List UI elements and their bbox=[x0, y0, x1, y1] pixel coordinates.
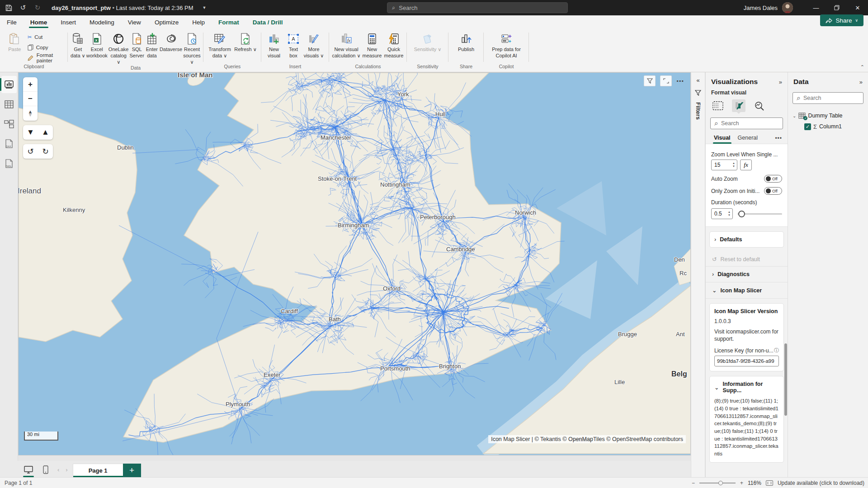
icon-map-slicer-section[interactable]: ⌄Icon Map Slicer bbox=[706, 282, 788, 299]
paste-button[interactable]: Paste bbox=[3, 31, 27, 53]
expand-filters-icon[interactable]: « bbox=[696, 77, 699, 84]
desktop-layout-button[interactable] bbox=[22, 464, 35, 475]
zoom-slider[interactable] bbox=[699, 483, 736, 483]
undo-icon[interactable]: ↺ bbox=[19, 4, 27, 12]
new-visual-calculation-button[interactable]: fx New visual calculation ∨ bbox=[332, 31, 361, 59]
sensitivity-button[interactable]: Sensitivity ∨ bbox=[412, 31, 443, 53]
recent-sources-button[interactable]: Recent sources ∨ bbox=[183, 31, 201, 65]
text-box-button[interactable]: A Text box bbox=[285, 31, 302, 59]
menu-format[interactable]: Format bbox=[212, 15, 246, 29]
new-measure-button[interactable]: New measure bbox=[362, 31, 382, 59]
menu-data-drill[interactable]: Data / Drill bbox=[246, 15, 290, 29]
table-row-dummy-table[interactable]: ⌄ ✓ Dummy Table bbox=[793, 110, 863, 121]
license-key-input[interactable] bbox=[714, 356, 779, 366]
duration-input[interactable]: 0.5 ▲▼ bbox=[711, 208, 733, 219]
map-zoom-in-button[interactable]: + bbox=[23, 77, 38, 92]
zoom-in-icon[interactable]: + bbox=[740, 480, 743, 486]
fit-to-page-icon[interactable] bbox=[766, 480, 773, 486]
fx-button[interactable]: fx bbox=[740, 160, 752, 170]
tab-visual[interactable]: Visual bbox=[711, 133, 733, 144]
more-visuals-button[interactable]: More visuals ∨ bbox=[303, 31, 325, 59]
duration-slider[interactable] bbox=[737, 213, 782, 215]
spinner[interactable]: ▲▼ bbox=[726, 211, 732, 216]
add-page-button[interactable]: + bbox=[123, 464, 141, 477]
cut-button[interactable]: ✂Cut bbox=[28, 33, 65, 42]
menu-modeling[interactable]: Modeling bbox=[83, 15, 121, 29]
format-visual-tab[interactable] bbox=[732, 99, 745, 112]
page-tab[interactable]: Page 1 bbox=[73, 464, 123, 477]
sidebar-model-view[interactable] bbox=[1, 116, 17, 133]
collapse-visualizations-icon[interactable]: » bbox=[779, 79, 782, 85]
field-row-column1[interactable]: ✓ Σ Column1 bbox=[793, 121, 863, 132]
data-search-input[interactable] bbox=[803, 95, 859, 101]
get-data-button[interactable]: Get data ∨ bbox=[71, 31, 85, 59]
format-search[interactable]: ⌕ bbox=[710, 117, 783, 129]
sidebar-dax-query-view[interactable]: DAX bbox=[1, 136, 17, 153]
data-search[interactable]: ⌕ bbox=[793, 92, 863, 104]
update-available[interactable]: Update available (click to download) bbox=[778, 480, 864, 486]
build-visual-tab[interactable] bbox=[711, 99, 725, 112]
sidebar-table-view[interactable] bbox=[1, 96, 17, 113]
menu-optimize[interactable]: Optimize bbox=[148, 15, 185, 29]
title-dropdown-icon[interactable]: ▼ bbox=[203, 5, 207, 10]
menu-home[interactable]: Home bbox=[24, 15, 54, 29]
format-painter-button[interactable]: Format painter bbox=[28, 53, 65, 62]
spinner[interactable]: ▲▼ bbox=[731, 162, 737, 168]
chevron-down-icon[interactable]: ⌄ bbox=[793, 113, 796, 118]
zoom-out-icon[interactable]: − bbox=[692, 480, 695, 486]
onelake-catalog-button[interactable]: OneLake catalog ∨ bbox=[108, 31, 129, 65]
focus-mode-icon[interactable] bbox=[660, 75, 672, 86]
transform-data-button[interactable]: Transform data ∨ bbox=[206, 31, 233, 59]
map-rotate-ccw-button[interactable]: ↺ bbox=[23, 144, 38, 159]
format-search-input[interactable] bbox=[721, 120, 779, 127]
mobile-layout-button[interactable] bbox=[39, 464, 52, 475]
menu-insert[interactable]: Insert bbox=[54, 15, 83, 29]
quick-measure-button[interactable]: Quick measure bbox=[383, 31, 404, 59]
tabs-more-icon[interactable]: ••• bbox=[775, 135, 782, 141]
information-header[interactable]: ⌄ Information for Supp... bbox=[714, 381, 779, 394]
redo-icon[interactable]: ↻ bbox=[33, 4, 42, 12]
sql-server-button[interactable]: SQL Server bbox=[129, 31, 144, 59]
avatar[interactable] bbox=[782, 2, 793, 13]
map-tilt-up-button[interactable]: ▲ bbox=[38, 125, 53, 140]
map-pitch-button[interactable]: ▲▼ bbox=[23, 106, 38, 121]
diagnostics-section[interactable]: ›Diagnostics bbox=[706, 266, 788, 282]
menu-help[interactable]: Help bbox=[185, 15, 212, 29]
zoom-level-input[interactable]: 15 ▲▼ bbox=[711, 160, 737, 170]
map-zoom-out-button[interactable]: − bbox=[23, 92, 38, 106]
map-rotate-cw-button[interactable]: ↻ bbox=[38, 144, 53, 159]
auto-zoom-toggle[interactable]: Off bbox=[764, 175, 782, 183]
only-zoom-toggle[interactable]: Off bbox=[764, 187, 782, 195]
reset-to-default[interactable]: ↺Reset to default bbox=[706, 252, 788, 266]
excel-workbook-button[interactable]: X Excel workbook bbox=[86, 31, 108, 59]
global-search-input[interactable]: ⌕ Search bbox=[387, 2, 568, 13]
enter-data-button[interactable]: Enter data bbox=[145, 31, 159, 59]
minimize-button[interactable]: — bbox=[806, 0, 826, 15]
prep-data-copilot-button[interactable]: Prep data for Copilot AI bbox=[488, 31, 524, 59]
ribbon-collapse-icon[interactable]: ⌃ bbox=[860, 64, 864, 70]
user-name[interactable]: James Dales bbox=[744, 5, 778, 11]
copy-button[interactable]: Copy bbox=[28, 43, 65, 52]
sidebar-tmdl-view[interactable]: TMDL bbox=[1, 155, 17, 173]
analytics-tab[interactable] bbox=[753, 99, 766, 112]
defaults-card[interactable]: ›Defaults bbox=[709, 231, 784, 248]
dataverse-button[interactable]: Dataverse bbox=[160, 31, 182, 53]
menu-file[interactable]: File bbox=[0, 15, 24, 29]
refresh-button[interactable]: Refresh ∨ bbox=[234, 31, 257, 53]
new-visual-button[interactable]: New visual bbox=[264, 31, 284, 59]
filters-pane-collapsed[interactable]: « Filters bbox=[691, 72, 705, 477]
share-button[interactable]: Share∨ bbox=[820, 14, 863, 26]
menu-view[interactable]: View bbox=[121, 15, 148, 29]
sidebar-report-view[interactable] bbox=[1, 76, 17, 93]
info-icon[interactable]: ⓘ bbox=[774, 347, 779, 354]
prev-page-icon[interactable]: ‹ bbox=[56, 466, 61, 473]
publish-button[interactable]: Publish bbox=[453, 31, 479, 53]
tab-general[interactable]: General bbox=[735, 133, 760, 144]
field-checkbox[interactable]: ✓ bbox=[804, 123, 811, 130]
next-page-icon[interactable]: › bbox=[64, 466, 69, 473]
map-visual[interactable]: Isle of Man York Hull Manchester Dublin … bbox=[18, 72, 691, 455]
visual-filter-icon[interactable] bbox=[644, 75, 656, 86]
restore-button[interactable] bbox=[826, 0, 847, 15]
close-button[interactable]: ✕ bbox=[847, 0, 868, 15]
zoom-percent[interactable]: 116% bbox=[748, 480, 761, 486]
